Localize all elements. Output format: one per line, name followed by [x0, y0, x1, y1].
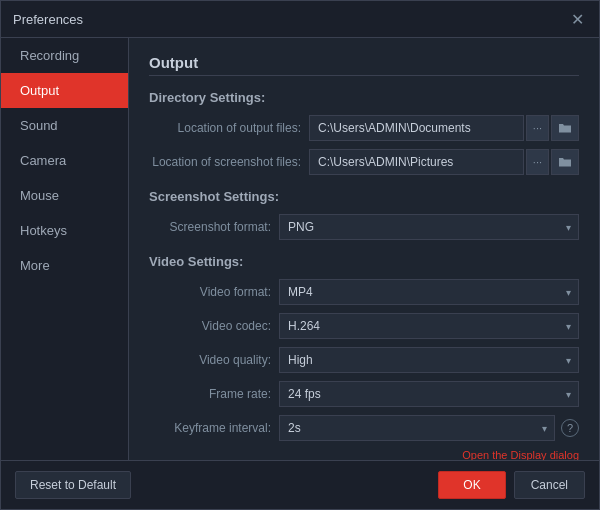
screenshot-files-label: Location of screenshot files: — [149, 155, 309, 169]
title-bar: Preferences ✕ — [1, 1, 599, 38]
folder-icon-2 — [558, 156, 572, 168]
close-button[interactable]: ✕ — [567, 9, 587, 29]
video-quality-wrapper: High Medium Low ▾ — [279, 347, 579, 373]
screenshot-format-select[interactable]: PNG JPG BMP — [279, 214, 579, 240]
sidebar-item-recording[interactable]: Recording — [1, 38, 128, 73]
video-format-label: Video format: — [149, 285, 279, 299]
folder-icon — [558, 122, 572, 134]
output-files-ellipsis[interactable]: ··· — [526, 115, 549, 141]
screenshot-files-ellipsis[interactable]: ··· — [526, 149, 549, 175]
keyframe-label: Keyframe interval: — [149, 421, 279, 435]
page-title: Output — [149, 54, 579, 76]
keyframe-row: Keyframe interval: 2s 4s 8s ▾ ? — [149, 415, 579, 441]
right-buttons: OK Cancel — [438, 471, 585, 499]
reset-button[interactable]: Reset to Default — [15, 471, 131, 499]
output-files-label: Location of output files: — [149, 121, 309, 135]
help-icon[interactable]: ? — [561, 419, 579, 437]
output-files-folder[interactable] — [551, 115, 579, 141]
sidebar-item-sound[interactable]: Sound — [1, 108, 128, 143]
output-files-buttons: ··· — [526, 115, 579, 141]
sidebar-item-camera[interactable]: Camera — [1, 143, 128, 178]
video-format-wrapper: MP4 AVI MOV ▾ — [279, 279, 579, 305]
keyframe-controls: 2s 4s 8s ▾ ? — [279, 415, 579, 441]
display-dialog-link[interactable]: Open the Display dialog — [462, 449, 579, 460]
screenshot-files-input[interactable] — [309, 149, 524, 175]
content-area: Output Directory Settings: Location of o… — [129, 38, 599, 460]
video-codec-select[interactable]: H.264 H.265 VP9 — [279, 313, 579, 339]
video-quality-label: Video quality: — [149, 353, 279, 367]
screenshot-files-folder[interactable] — [551, 149, 579, 175]
cancel-button[interactable]: Cancel — [514, 471, 585, 499]
sidebar-item-output[interactable]: Output — [1, 73, 128, 108]
video-codec-label: Video codec: — [149, 319, 279, 333]
screenshot-files-row: Location of screenshot files: ··· — [149, 149, 579, 175]
window-title: Preferences — [13, 12, 83, 27]
video-quality-row: Video quality: High Medium Low ▾ — [149, 347, 579, 373]
output-files-row: Location of output files: ··· — [149, 115, 579, 141]
framerate-wrapper: 24 fps 30 fps 60 fps ▾ — [279, 381, 579, 407]
sidebar-item-hotkeys[interactable]: Hotkeys — [1, 213, 128, 248]
video-quality-select[interactable]: High Medium Low — [279, 347, 579, 373]
video-format-row: Video format: MP4 AVI MOV ▾ — [149, 279, 579, 305]
sidebar-item-mouse[interactable]: Mouse — [1, 178, 128, 213]
bottom-bar: Reset to Default OK Cancel — [1, 460, 599, 509]
preferences-window: Preferences ✕ Recording Output Sound Cam… — [0, 0, 600, 510]
framerate-label: Frame rate: — [149, 387, 279, 401]
video-format-select[interactable]: MP4 AVI MOV — [279, 279, 579, 305]
ok-button[interactable]: OK — [438, 471, 505, 499]
screenshot-format-label: Screenshot format: — [149, 220, 279, 234]
screenshot-files-buttons: ··· — [526, 149, 579, 175]
keyframe-wrapper: 2s 4s 8s ▾ — [279, 415, 555, 441]
screenshot-format-wrapper: PNG JPG BMP ▾ — [279, 214, 579, 240]
sidebar-item-more[interactable]: More — [1, 248, 128, 283]
screenshot-format-row: Screenshot format: PNG JPG BMP ▾ — [149, 214, 579, 240]
video-codec-wrapper: H.264 H.265 VP9 ▾ — [279, 313, 579, 339]
display-dialog-row: Open the Display dialog — [149, 449, 579, 460]
keyframe-select[interactable]: 2s 4s 8s — [279, 415, 555, 441]
video-settings-title: Video Settings: — [149, 254, 579, 269]
output-files-input[interactable] — [309, 115, 524, 141]
main-layout: Recording Output Sound Camera Mouse Hotk… — [1, 38, 599, 460]
screenshot-settings-title: Screenshot Settings: — [149, 189, 579, 204]
directory-settings-title: Directory Settings: — [149, 90, 579, 105]
framerate-select[interactable]: 24 fps 30 fps 60 fps — [279, 381, 579, 407]
video-codec-row: Video codec: H.264 H.265 VP9 ▾ — [149, 313, 579, 339]
sidebar: Recording Output Sound Camera Mouse Hotk… — [1, 38, 129, 460]
framerate-row: Frame rate: 24 fps 30 fps 60 fps ▾ — [149, 381, 579, 407]
